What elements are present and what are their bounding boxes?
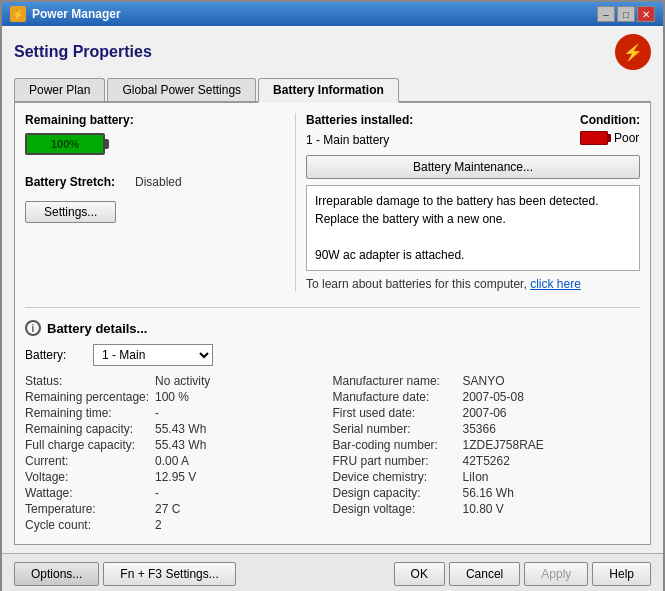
close-button[interactable]: ✕ [637, 6, 655, 22]
fru-key: FRU part number: [333, 454, 463, 468]
click-here-link[interactable]: click here [530, 277, 581, 291]
battery-select-label: Battery: [25, 348, 85, 362]
settings-button[interactable]: Settings... [25, 201, 116, 223]
status-val: No activity [155, 374, 210, 388]
remaining-time-key: Remaining time: [25, 406, 155, 420]
battery-stretch-label: Battery Stretch: [25, 175, 135, 189]
maximize-button[interactable]: □ [617, 6, 635, 22]
voltage-key: Voltage: [25, 470, 155, 484]
detail-row-wattage: Wattage: - [25, 486, 333, 500]
first-used-val: 2007-06 [463, 406, 507, 420]
mfr-date-val: 2007-05-08 [463, 390, 524, 404]
voltage-val: 12.95 V [155, 470, 196, 484]
design-cap-key: Design capacity: [333, 486, 463, 500]
divider [25, 307, 640, 308]
page-title-text: Setting Properties [14, 43, 152, 61]
tab-content: Remaining battery: 100% Battery Stretch:… [14, 103, 651, 545]
details-grid: Status: No activity Remaining percentage… [25, 374, 640, 534]
info-line2: 90W ac adapter is attached. [315, 246, 631, 264]
left-panel: Remaining battery: 100% Battery Stretch:… [25, 113, 285, 291]
detail-row-chemistry: Device chemistry: LiIon [333, 470, 641, 484]
remaining-battery-label: Remaining battery: [25, 113, 285, 127]
fru-val: 42T5262 [463, 454, 510, 468]
ok-button[interactable]: OK [394, 562, 445, 586]
batteries-row: Batteries installed: 1 - Main battery Co… [306, 113, 640, 147]
tab-battery-information[interactable]: Battery Information [258, 78, 399, 103]
remaining-time-val: - [155, 406, 159, 420]
bottom-bar: Options... Fn + F3 Settings... OK Cancel… [2, 553, 663, 591]
batteries-installed-section: Batteries installed: 1 - Main battery [306, 113, 413, 147]
learn-text: To learn about batteries for this comput… [306, 277, 527, 291]
tab-global-power-settings[interactable]: Global Power Settings [107, 78, 256, 101]
condition-text: Poor [614, 131, 639, 145]
current-key: Current: [25, 454, 155, 468]
chemistry-key: Device chemistry: [333, 470, 463, 484]
info-circle-icon: i [25, 320, 41, 336]
detail-row-status: Status: No activity [25, 374, 333, 388]
title-bar: ⚡ Power Manager – □ ✕ [2, 2, 663, 26]
serial-key: Serial number: [333, 422, 463, 436]
remaining-pct-val: 100 % [155, 390, 189, 404]
detail-row-remaining-pct: Remaining percentage: 100 % [25, 390, 333, 404]
help-button[interactable]: Help [592, 562, 651, 586]
detail-row-mfr-date: Manufacture date: 2007-05-08 [333, 390, 641, 404]
batteries-installed-label: Batteries installed: [306, 113, 413, 127]
battery-stretch-value: Disabled [135, 175, 182, 189]
first-used-key: First used date: [333, 406, 463, 420]
condition-value-row: Poor [580, 131, 640, 145]
app-icon: ⚡ [10, 6, 26, 22]
battery-stretch-row: Battery Stretch: Disabled [25, 175, 285, 189]
options-button[interactable]: Options... [14, 562, 99, 586]
barcode-key: Bar-coding number: [333, 438, 463, 452]
mfr-name-key: Manufacturer name: [333, 374, 463, 388]
battery-entry: 1 - Main battery [306, 133, 413, 147]
battery-maintenance-button[interactable]: Battery Maintenance... [306, 155, 640, 179]
serial-val: 35366 [463, 422, 496, 436]
page-title-row: Setting Properties ⚡ [14, 34, 651, 70]
battery-bar: 100% [25, 133, 105, 155]
battery-fill: 100% [27, 135, 103, 153]
info-line1: Irreparable damage to the battery has be… [315, 192, 631, 228]
remaining-cap-key: Remaining capacity: [25, 422, 155, 436]
info-box: Irreparable damage to the battery has be… [306, 185, 640, 271]
detail-row-mfr-name: Manufacturer name: SANYO [333, 374, 641, 388]
apply-button[interactable]: Apply [524, 562, 588, 586]
temp-key: Temperature: [25, 502, 155, 516]
detail-row-voltage: Voltage: 12.95 V [25, 470, 333, 484]
detail-row-remaining-cap: Remaining capacity: 55.43 Wh [25, 422, 333, 436]
detail-row-full-cap: Full charge capacity: 55.43 Wh [25, 438, 333, 452]
current-val: 0.00 A [155, 454, 189, 468]
cancel-button[interactable]: Cancel [449, 562, 520, 586]
detail-row-fru: FRU part number: 42T5262 [333, 454, 641, 468]
detail-row-design-cap: Design capacity: 56.16 Wh [333, 486, 641, 500]
design-cap-val: 56.16 Wh [463, 486, 514, 500]
main-window: ⚡ Power Manager – □ ✕ Setting Properties… [0, 0, 665, 591]
detail-row-cycle: Cycle count: 2 [25, 518, 333, 532]
title-bar-left: ⚡ Power Manager [10, 6, 121, 22]
battery-details-section: i Battery details... Battery: 1 - Main S… [25, 320, 640, 534]
full-cap-val: 55.43 Wh [155, 438, 206, 452]
detail-row-temp: Temperature: 27 C [25, 502, 333, 516]
right-panel: Batteries installed: 1 - Main battery Co… [295, 113, 640, 291]
details-col-left: Status: No activity Remaining percentage… [25, 374, 333, 534]
content-area: Setting Properties ⚡ Power Plan Global P… [2, 26, 663, 553]
condition-label: Condition: [580, 113, 640, 127]
fn-f3-button[interactable]: Fn + F3 Settings... [103, 562, 235, 586]
tab-power-plan[interactable]: Power Plan [14, 78, 105, 101]
minimize-button[interactable]: – [597, 6, 615, 22]
full-cap-key: Full charge capacity: [25, 438, 155, 452]
battery-select[interactable]: 1 - Main [93, 344, 213, 366]
details-col-right: Manufacturer name: SANYO Manufacture dat… [333, 374, 641, 534]
details-header: i Battery details... [25, 320, 640, 336]
remaining-cap-val: 55.43 Wh [155, 422, 206, 436]
design-volt-key: Design voltage: [333, 502, 463, 516]
wattage-key: Wattage: [25, 486, 155, 500]
detail-row-first-used: First used date: 2007-06 [333, 406, 641, 420]
title-controls: – □ ✕ [597, 6, 655, 22]
mfr-name-val: SANYO [463, 374, 505, 388]
tab-bar: Power Plan Global Power Settings Battery… [14, 78, 651, 103]
battery-bad-icon [580, 131, 608, 145]
detail-row-serial: Serial number: 35366 [333, 422, 641, 436]
design-volt-val: 10.80 V [463, 502, 504, 516]
condition-section: Condition: Poor [580, 113, 640, 147]
